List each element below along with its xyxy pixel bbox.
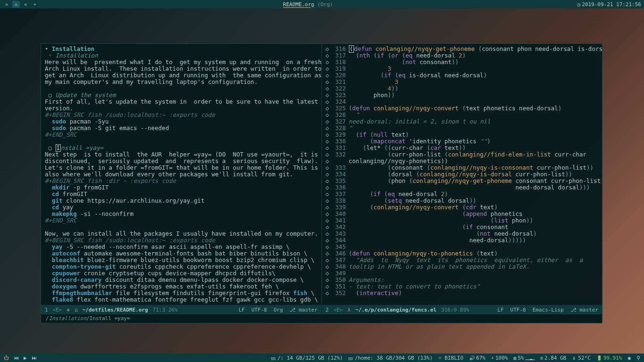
status-bar: ⏻ ⏮ ▶ ⏭ 🖴/: 14 GB/125 GB (12%) 🖴/home: 3… <box>0 354 644 362</box>
disk-root: 🖴/: 14 GB/125 GB (12%) <box>271 355 343 361</box>
minibuffer[interactable]: /Installation/Install =yay= <box>41 314 602 323</box>
right-pane-elisp-buffer[interactable]: ◇ 316(defun conlanging//nyqy-get-phoneme… <box>322 44 603 305</box>
modeline-right[interactable]: 2 <E> λ ~/.e/p/conlanging/funcs.el 316:0… <box>322 305 603 314</box>
emacs-window: • Installation ◦ Installation Here will … <box>41 43 603 323</box>
disk-home: 🖴/home: 38 GB/304 GB (13%) <box>348 355 433 361</box>
wifi-icon: ᯤ <box>438 355 443 361</box>
cpu-icon: ▦ <box>513 355 516 361</box>
left-pane-content[interactable]: • Installation ◦ Installation Here will … <box>41 44 322 305</box>
modeline-left[interactable]: 1 <E> ⎈ ⌂ ~/dotfiles/README.org 71:3 26%… <box>41 305 322 314</box>
thermometer-icon: 🌡 <box>572 355 577 361</box>
org-icon: ⎈ <box>67 307 70 313</box>
volume[interactable]: 🔊67% <box>469 355 486 361</box>
media-prev[interactable]: ⏮ <box>14 355 19 361</box>
left-pane-org-buffer[interactable]: • Installation ◦ Installation Here will … <box>41 44 322 305</box>
clock-icon: ◷ <box>578 1 581 8</box>
wifi[interactable]: ᯤBIBLIO <box>438 355 463 361</box>
ram-icon: ≣ <box>540 355 543 361</box>
memory: ≣2.84 GB <box>540 355 566 361</box>
location-icon[interactable]: ⚲ <box>636 355 640 361</box>
battery-icon: 🔋 <box>596 355 602 361</box>
disk-icon: 🖴 <box>271 355 276 361</box>
temperature: 🌡52°C <box>572 355 591 361</box>
modeline-row: 1 <E> ⎈ ⌂ ~/dotfiles/README.org 71:3 26%… <box>41 305 602 314</box>
elisp-icon: λ <box>347 307 351 313</box>
media-play[interactable]: ▶ <box>24 355 27 361</box>
right-pane-content[interactable]: ◇ 316(defun conlanging//nyqy-get-phoneme… <box>322 44 603 298</box>
workspace-switcher: ≡ ≡ ≡ + <box>3 1 39 8</box>
disk-icon: 🖴 <box>348 355 353 361</box>
workspace-2-active[interactable]: ≡ <box>12 1 20 8</box>
window-titlebar: ≡ ≡ ≡ + README.org (Org) ◷ 2019-09-21 17… <box>0 0 644 8</box>
home-icon: ⌂ <box>74 307 78 313</box>
volume-icon: 🔊 <box>469 355 475 361</box>
clock: ◷ 2019-09-21 17:21:56 <box>578 1 641 8</box>
discord-icon[interactable]: ◉ <box>627 355 631 361</box>
brightness[interactable]: ☀100% <box>491 355 508 361</box>
branch-icon: ⎇ <box>570 307 580 313</box>
window-title: README.org (Org) <box>39 1 578 8</box>
add-workspace[interactable]: + <box>31 1 39 8</box>
sun-icon: ☀ <box>491 355 494 361</box>
battery: 🔋99.91% <box>596 355 622 361</box>
power-icon[interactable]: ⏻ <box>4 355 9 361</box>
workspace-3[interactable]: ≡ <box>22 1 29 8</box>
workspace-1[interactable]: ≡ <box>3 1 10 8</box>
media-next[interactable]: ⏭ <box>32 355 37 361</box>
cpu: ▦5% ▁▁▂▁ <box>513 355 535 361</box>
desktop: • Installation ◦ Installation Here will … <box>0 8 644 354</box>
branch-icon: ⎇ <box>289 307 299 313</box>
